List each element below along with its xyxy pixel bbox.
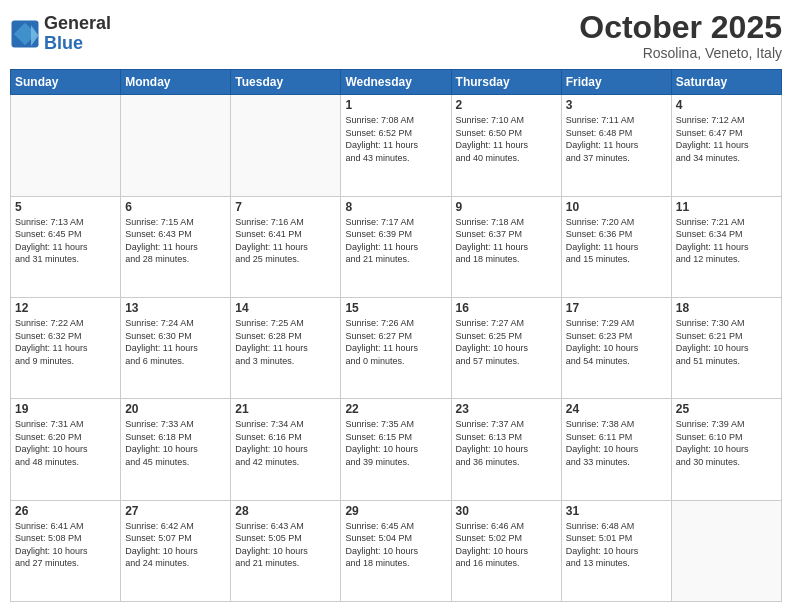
day-number: 18 xyxy=(676,301,777,315)
calendar-cell: 23Sunrise: 7:37 AM Sunset: 6:13 PM Dayli… xyxy=(451,399,561,500)
day-number: 20 xyxy=(125,402,226,416)
calendar-week-0: 1Sunrise: 7:08 AM Sunset: 6:52 PM Daylig… xyxy=(11,95,782,196)
logo-text: General Blue xyxy=(44,14,111,54)
day-info: Sunrise: 7:35 AM Sunset: 6:15 PM Dayligh… xyxy=(345,418,446,468)
day-info: Sunrise: 7:39 AM Sunset: 6:10 PM Dayligh… xyxy=(676,418,777,468)
calendar-cell: 20Sunrise: 7:33 AM Sunset: 6:18 PM Dayli… xyxy=(121,399,231,500)
day-number: 24 xyxy=(566,402,667,416)
day-info: Sunrise: 7:15 AM Sunset: 6:43 PM Dayligh… xyxy=(125,216,226,266)
day-number: 26 xyxy=(15,504,116,518)
day-header-row: Sunday Monday Tuesday Wednesday Thursday… xyxy=(11,70,782,95)
header-thursday: Thursday xyxy=(451,70,561,95)
day-number: 29 xyxy=(345,504,446,518)
logo-line1: General xyxy=(44,14,111,34)
calendar-week-3: 19Sunrise: 7:31 AM Sunset: 6:20 PM Dayli… xyxy=(11,399,782,500)
calendar-cell: 27Sunrise: 6:42 AM Sunset: 5:07 PM Dayli… xyxy=(121,500,231,601)
day-info: Sunrise: 6:41 AM Sunset: 5:08 PM Dayligh… xyxy=(15,520,116,570)
header-monday: Monday xyxy=(121,70,231,95)
header-saturday: Saturday xyxy=(671,70,781,95)
calendar-cell: 11Sunrise: 7:21 AM Sunset: 6:34 PM Dayli… xyxy=(671,196,781,297)
calendar-cell xyxy=(11,95,121,196)
day-info: Sunrise: 6:46 AM Sunset: 5:02 PM Dayligh… xyxy=(456,520,557,570)
calendar-body: 1Sunrise: 7:08 AM Sunset: 6:52 PM Daylig… xyxy=(11,95,782,602)
calendar-cell: 21Sunrise: 7:34 AM Sunset: 6:16 PM Dayli… xyxy=(231,399,341,500)
day-info: Sunrise: 7:12 AM Sunset: 6:47 PM Dayligh… xyxy=(676,114,777,164)
calendar-header: Sunday Monday Tuesday Wednesday Thursday… xyxy=(11,70,782,95)
logo-icon xyxy=(10,19,40,49)
logo: General Blue xyxy=(10,14,111,54)
day-info: Sunrise: 7:13 AM Sunset: 6:45 PM Dayligh… xyxy=(15,216,116,266)
header-sunday: Sunday xyxy=(11,70,121,95)
calendar-cell: 8Sunrise: 7:17 AM Sunset: 6:39 PM Daylig… xyxy=(341,196,451,297)
day-number: 9 xyxy=(456,200,557,214)
day-number: 17 xyxy=(566,301,667,315)
header: General Blue October 2025 Rosolina, Vene… xyxy=(10,10,782,61)
day-info: Sunrise: 7:33 AM Sunset: 6:18 PM Dayligh… xyxy=(125,418,226,468)
day-number: 21 xyxy=(235,402,336,416)
day-info: Sunrise: 6:43 AM Sunset: 5:05 PM Dayligh… xyxy=(235,520,336,570)
month-title: October 2025 xyxy=(579,10,782,45)
calendar-cell: 25Sunrise: 7:39 AM Sunset: 6:10 PM Dayli… xyxy=(671,399,781,500)
day-info: Sunrise: 6:48 AM Sunset: 5:01 PM Dayligh… xyxy=(566,520,667,570)
logo-line2: Blue xyxy=(44,34,111,54)
calendar-cell: 5Sunrise: 7:13 AM Sunset: 6:45 PM Daylig… xyxy=(11,196,121,297)
day-number: 7 xyxy=(235,200,336,214)
day-info: Sunrise: 7:31 AM Sunset: 6:20 PM Dayligh… xyxy=(15,418,116,468)
day-number: 2 xyxy=(456,98,557,112)
day-number: 10 xyxy=(566,200,667,214)
calendar-cell: 26Sunrise: 6:41 AM Sunset: 5:08 PM Dayli… xyxy=(11,500,121,601)
location-subtitle: Rosolina, Veneto, Italy xyxy=(579,45,782,61)
day-number: 27 xyxy=(125,504,226,518)
day-info: Sunrise: 7:17 AM Sunset: 6:39 PM Dayligh… xyxy=(345,216,446,266)
calendar-week-2: 12Sunrise: 7:22 AM Sunset: 6:32 PM Dayli… xyxy=(11,297,782,398)
calendar-cell: 28Sunrise: 6:43 AM Sunset: 5:05 PM Dayli… xyxy=(231,500,341,601)
calendar-cell xyxy=(671,500,781,601)
day-number: 11 xyxy=(676,200,777,214)
day-info: Sunrise: 7:30 AM Sunset: 6:21 PM Dayligh… xyxy=(676,317,777,367)
calendar-cell: 12Sunrise: 7:22 AM Sunset: 6:32 PM Dayli… xyxy=(11,297,121,398)
calendar-cell: 31Sunrise: 6:48 AM Sunset: 5:01 PM Dayli… xyxy=(561,500,671,601)
day-info: Sunrise: 7:24 AM Sunset: 6:30 PM Dayligh… xyxy=(125,317,226,367)
day-info: Sunrise: 7:16 AM Sunset: 6:41 PM Dayligh… xyxy=(235,216,336,266)
header-tuesday: Tuesday xyxy=(231,70,341,95)
day-number: 5 xyxy=(15,200,116,214)
calendar-cell: 3Sunrise: 7:11 AM Sunset: 6:48 PM Daylig… xyxy=(561,95,671,196)
day-info: Sunrise: 7:08 AM Sunset: 6:52 PM Dayligh… xyxy=(345,114,446,164)
day-info: Sunrise: 7:11 AM Sunset: 6:48 PM Dayligh… xyxy=(566,114,667,164)
day-number: 15 xyxy=(345,301,446,315)
calendar-cell: 24Sunrise: 7:38 AM Sunset: 6:11 PM Dayli… xyxy=(561,399,671,500)
calendar-cell: 6Sunrise: 7:15 AM Sunset: 6:43 PM Daylig… xyxy=(121,196,231,297)
calendar-cell: 9Sunrise: 7:18 AM Sunset: 6:37 PM Daylig… xyxy=(451,196,561,297)
calendar-cell: 2Sunrise: 7:10 AM Sunset: 6:50 PM Daylig… xyxy=(451,95,561,196)
day-number: 25 xyxy=(676,402,777,416)
calendar-cell xyxy=(121,95,231,196)
calendar-cell: 14Sunrise: 7:25 AM Sunset: 6:28 PM Dayli… xyxy=(231,297,341,398)
calendar-cell: 18Sunrise: 7:30 AM Sunset: 6:21 PM Dayli… xyxy=(671,297,781,398)
title-area: October 2025 Rosolina, Veneto, Italy xyxy=(579,10,782,61)
day-info: Sunrise: 6:45 AM Sunset: 5:04 PM Dayligh… xyxy=(345,520,446,570)
calendar-table: Sunday Monday Tuesday Wednesday Thursday… xyxy=(10,69,782,602)
calendar-cell: 4Sunrise: 7:12 AM Sunset: 6:47 PM Daylig… xyxy=(671,95,781,196)
calendar-cell: 13Sunrise: 7:24 AM Sunset: 6:30 PM Dayli… xyxy=(121,297,231,398)
page: General Blue October 2025 Rosolina, Vene… xyxy=(0,0,792,612)
calendar-cell: 22Sunrise: 7:35 AM Sunset: 6:15 PM Dayli… xyxy=(341,399,451,500)
day-info: Sunrise: 6:42 AM Sunset: 5:07 PM Dayligh… xyxy=(125,520,226,570)
calendar-week-1: 5Sunrise: 7:13 AM Sunset: 6:45 PM Daylig… xyxy=(11,196,782,297)
day-number: 31 xyxy=(566,504,667,518)
day-info: Sunrise: 7:18 AM Sunset: 6:37 PM Dayligh… xyxy=(456,216,557,266)
day-number: 30 xyxy=(456,504,557,518)
day-number: 22 xyxy=(345,402,446,416)
calendar-cell: 17Sunrise: 7:29 AM Sunset: 6:23 PM Dayli… xyxy=(561,297,671,398)
calendar-cell: 15Sunrise: 7:26 AM Sunset: 6:27 PM Dayli… xyxy=(341,297,451,398)
day-info: Sunrise: 7:29 AM Sunset: 6:23 PM Dayligh… xyxy=(566,317,667,367)
day-number: 12 xyxy=(15,301,116,315)
calendar-cell: 7Sunrise: 7:16 AM Sunset: 6:41 PM Daylig… xyxy=(231,196,341,297)
day-number: 13 xyxy=(125,301,226,315)
calendar-cell: 1Sunrise: 7:08 AM Sunset: 6:52 PM Daylig… xyxy=(341,95,451,196)
day-number: 4 xyxy=(676,98,777,112)
day-info: Sunrise: 7:10 AM Sunset: 6:50 PM Dayligh… xyxy=(456,114,557,164)
day-number: 28 xyxy=(235,504,336,518)
calendar-cell xyxy=(231,95,341,196)
calendar-cell: 19Sunrise: 7:31 AM Sunset: 6:20 PM Dayli… xyxy=(11,399,121,500)
day-info: Sunrise: 7:25 AM Sunset: 6:28 PM Dayligh… xyxy=(235,317,336,367)
